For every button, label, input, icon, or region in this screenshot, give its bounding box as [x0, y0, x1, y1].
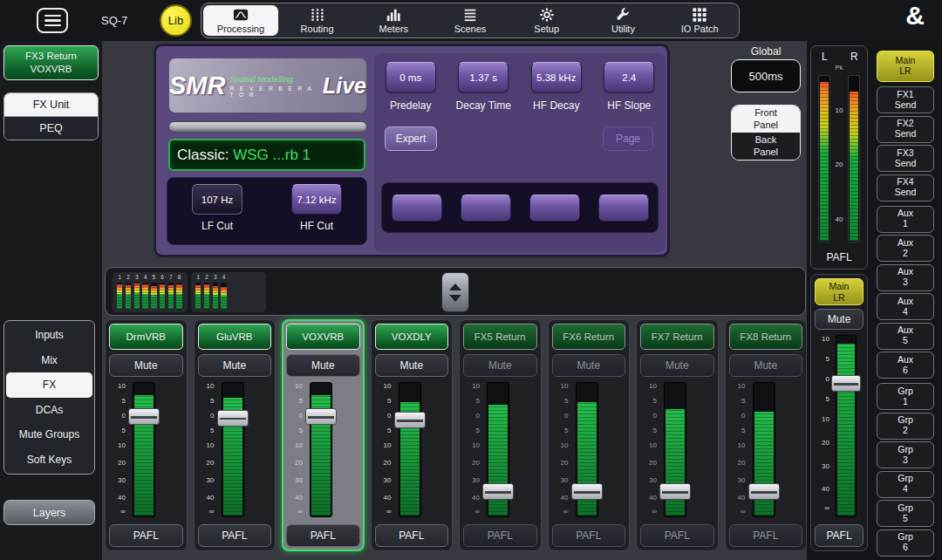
fx-preset-display[interactable]: Classic: WSG ...rb 1 [168, 139, 365, 171]
channel-strip[interactable]: FX6 ReturnMute1050510203040∞PAFL [548, 319, 631, 551]
mute-button[interactable]: Mute [640, 354, 714, 377]
mix-select-aux-5[interactable]: Aux5 [877, 323, 934, 350]
mute-button[interactable]: Mute [729, 354, 803, 377]
fx-soft-button-2[interactable] [461, 195, 511, 222]
mix-select-grp-4[interactable]: Grp4 [877, 471, 934, 498]
mix-select-main-lr[interactable]: MainLR [877, 51, 934, 82]
tab-routing[interactable]: Routing [280, 5, 355, 36]
fader-track[interactable] [222, 382, 244, 517]
sidebar-item-dcas[interactable]: DCAs [6, 398, 92, 423]
fx-param-button[interactable]: 2.4 [604, 62, 654, 92]
tab-processing[interactable]: Processing [203, 5, 278, 36]
fader-cap[interactable] [394, 412, 426, 428]
hf-cut-button[interactable]: 7.12 kHz [291, 184, 342, 215]
channel-strip[interactable]: VOXDLYMute1050510203040∞PAFL [371, 319, 454, 551]
global-time-button[interactable]: 500ms [731, 59, 801, 92]
sidebar-item-fx[interactable]: FX [6, 372, 92, 398]
pafl-button[interactable]: PAFL [109, 524, 183, 547]
channel-name-button[interactable]: FX5 Return [463, 324, 537, 350]
tab-setup[interactable]: Setup [509, 5, 584, 36]
mix-select-aux-2[interactable]: Aux2 [877, 235, 934, 262]
mix-select-aux-6[interactable]: Aux6 [877, 352, 934, 379]
mute-button[interactable]: Mute [109, 354, 183, 377]
page-button[interactable]: Page [603, 126, 653, 151]
channel-name-button[interactable]: FX7 Return [640, 324, 714, 350]
mute-button[interactable]: Mute [552, 354, 626, 377]
mix-select-grp-2[interactable]: Grp2 [877, 413, 934, 440]
fader-track[interactable] [133, 382, 155, 517]
sidebar-item-soft-keys[interactable]: Soft Keys [6, 447, 92, 473]
fader-cap[interactable] [748, 483, 780, 500]
pafl-button[interactable]: PAFL [375, 524, 449, 547]
mute-button[interactable]: Mute [286, 354, 360, 377]
mix-select-fx4-send[interactable]: FX4Send [877, 174, 934, 201]
channel-strip[interactable]: FX7 ReturnMute1050510203040∞PAFL [636, 319, 719, 551]
mix-select-fx2-send[interactable]: FX2Send [877, 116, 934, 143]
mix-select-grp-3[interactable]: Grp3 [877, 441, 934, 468]
pafl-button[interactable]: PAFL [286, 524, 360, 547]
fader-cap[interactable] [128, 408, 160, 425]
mute-button[interactable]: Mute [463, 354, 537, 377]
fader-cap[interactable] [305, 408, 337, 425]
sidebar-item-mix[interactable]: Mix [6, 348, 92, 373]
channel-strip[interactable]: FX8 ReturnMute1050510203040∞PAFL [725, 319, 808, 551]
fader-cap[interactable] [659, 483, 691, 500]
channel-strip[interactable]: FX5 ReturnMute1050510203040∞PAFL [459, 319, 542, 551]
channel-name-button[interactable]: FX8 Return [729, 324, 803, 350]
fx-soft-button-1[interactable] [392, 195, 442, 222]
back-panel-button[interactable]: Back Panel [732, 133, 800, 160]
sidebar-item-inputs[interactable]: Inputs [6, 323, 92, 348]
channel-strip[interactable]: DrmVRBMute1050510203040∞PAFL [105, 319, 188, 551]
tab-scenes[interactable]: Scenes [433, 5, 508, 36]
pafl-button[interactable]: PAFL [552, 524, 626, 547]
fx-soft-button-4[interactable] [598, 195, 649, 222]
fx-level-slider[interactable] [168, 121, 367, 133]
menu-button[interactable] [37, 8, 68, 33]
fader-cap[interactable] [482, 483, 514, 500]
layers-button[interactable]: Layers [3, 500, 95, 525]
fader-track[interactable] [487, 382, 509, 517]
tab-meters[interactable]: Meters [356, 5, 431, 36]
fader-track[interactable] [399, 382, 421, 517]
channel-name-button[interactable]: GluVRB [198, 324, 272, 350]
mute-button[interactable]: Mute [198, 354, 272, 377]
fx-param-button[interactable]: 1.37 s [458, 62, 509, 92]
fader-track[interactable] [664, 382, 686, 517]
main-pafl-button[interactable]: PAFL [815, 524, 864, 547]
mix-select-aux-3[interactable]: Aux3 [877, 264, 934, 291]
pafl-button[interactable]: PAFL [463, 524, 537, 547]
front-panel-button[interactable]: Front Panel [732, 106, 800, 133]
mix-select-fx1-send[interactable]: FX1Send [877, 86, 934, 113]
tab-utility[interactable]: Utility [586, 5, 661, 36]
pafl-button[interactable]: PAFL [729, 524, 803, 547]
fader-cap[interactable] [217, 410, 249, 427]
mix-select-fx3-send[interactable]: FX3Send [877, 145, 934, 172]
fader-track[interactable] [836, 335, 857, 517]
fader-cap[interactable] [571, 483, 603, 500]
channel-strip[interactable]: VOXVRBMute1050510203040∞PAFL [282, 319, 365, 551]
main-lr-select-button[interactable]: Main LR [815, 278, 864, 305]
channel-name-button[interactable]: FX6 Return [552, 324, 626, 350]
channel-name-button[interactable]: VOXVRB [286, 324, 360, 350]
mix-select-aux-1[interactable]: Aux1 [877, 206, 934, 233]
fx-return-select-button[interactable]: FX3 Return VOXVRB [3, 45, 99, 80]
fader-track[interactable] [310, 382, 332, 517]
pafl-button[interactable]: PAFL [640, 524, 714, 547]
pafl-button[interactable]: PAFL [198, 524, 272, 547]
tab-io-patch[interactable]: IO Patch [662, 5, 737, 36]
tab-fx-unit[interactable]: FX Unit [4, 93, 98, 116]
mute-button[interactable]: Mute [375, 354, 449, 377]
fader-cap[interactable] [831, 375, 861, 392]
mix-select-grp-5[interactable]: Grp5 [877, 500, 934, 527]
mix-select-grp-6[interactable]: Grp6 [877, 529, 934, 557]
channel-strip[interactable]: GluVRBMute1050510203040∞PAFL [194, 319, 276, 551]
lf-cut-button[interactable]: 107 Hz [192, 184, 242, 215]
channel-name-button[interactable]: DrmVRB [109, 324, 183, 350]
mix-select-grp-1[interactable]: Grp1 [877, 383, 934, 410]
sidebar-item-mute-groups[interactable]: Mute Groups [6, 422, 92, 447]
fx-soft-button-3[interactable] [529, 195, 580, 222]
fader-track[interactable] [753, 382, 775, 517]
tab-peq[interactable]: PEQ [4, 116, 98, 140]
mix-select-aux-4[interactable]: Aux4 [877, 293, 934, 320]
expert-button[interactable]: Expert [385, 126, 437, 151]
